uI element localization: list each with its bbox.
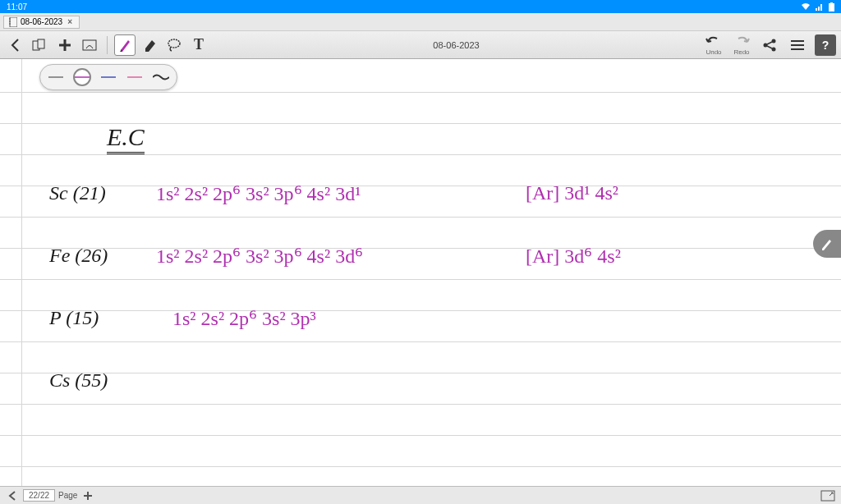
view-button[interactable] [79, 34, 100, 56]
svg-point-9 [168, 39, 180, 48]
prev-page-button[interactable] [5, 488, 20, 503]
electron-config: 1s² 2s² 2p⁶ 3s² 3p³ [172, 307, 316, 330]
stroke-thin-purple[interactable] [73, 68, 91, 86]
stroke-style-palette [39, 64, 177, 90]
tab-title: 08-06-2023 [21, 17, 62, 26]
stroke-thin-black[interactable] [47, 68, 65, 86]
ruled-line [0, 373, 841, 373]
main-toolbar: T 08-06-2023 Undo Redo ? [0, 31, 841, 59]
undo-button[interactable] [703, 34, 724, 49]
svg-point-11 [772, 39, 776, 43]
notebook-icon [9, 17, 17, 27]
notebooks-button[interactable] [30, 34, 51, 56]
add-button[interactable] [54, 34, 76, 56]
toolbar-divider [107, 36, 108, 54]
element-label: Fe (26) [49, 245, 108, 267]
svg-rect-0 [829, 3, 834, 11]
svg-point-12 [772, 47, 776, 51]
share-button[interactable] [759, 34, 780, 56]
noble-gas-config: [Ar] 3d¹ 4s² [526, 182, 618, 204]
heading-text: E.C [107, 123, 145, 151]
redo-button[interactable] [731, 34, 752, 49]
document-title: 08-06-2023 [209, 40, 703, 50]
ruled-line [0, 186, 841, 186]
document-tab[interactable]: 08-06-2023 × [3, 16, 80, 29]
back-button[interactable] [5, 34, 26, 56]
electron-config: 1s² 2s² 2p⁶ 3s² 3p⁶ 4s² 3d⁶ [156, 245, 363, 268]
noble-gas-config: [Ar] 3d⁶ 4s² [526, 245, 621, 268]
electron-config: 1s² 2s² 2p⁶ 3s² 3p⁶ 4s² 3d¹ [156, 182, 361, 205]
element-label: Sc (21) [49, 182, 106, 204]
ruled-line [0, 404, 841, 405]
svg-rect-1 [830, 2, 833, 3]
ruled-line [0, 310, 841, 311]
signal-icon [816, 2, 824, 11]
ruled-line [0, 466, 841, 467]
ruled-line [0, 248, 841, 249]
page-indicator[interactable]: 22/22 [23, 489, 55, 502]
help-button[interactable]: ? [815, 34, 836, 56]
bottom-page-bar: 22/22 Page [0, 486, 841, 504]
ruled-line [0, 279, 841, 280]
ruled-line [0, 341, 841, 342]
wifi-icon [801, 2, 811, 11]
stroke-thin-blue[interactable] [99, 68, 117, 86]
eraser-tool-button[interactable] [139, 34, 160, 56]
menu-button[interactable] [787, 34, 808, 56]
redo-label: Redo [733, 49, 749, 56]
text-tool-button[interactable]: T [188, 34, 209, 56]
stroke-thin-pink[interactable] [126, 68, 144, 86]
undo-label: Undo [705, 49, 721, 56]
battery-icon [829, 2, 834, 11]
lasso-tool-button[interactable] [163, 34, 185, 56]
svg-rect-2 [10, 17, 17, 27]
element-label: Cs (55) [49, 369, 108, 392]
page-label: Page [58, 491, 77, 500]
ruled-line [0, 435, 841, 436]
note-canvas[interactable]: E.C Sc (21) 1s² 2s² 2p⁶ 3s² 3p⁶ 4s² 3d¹ … [0, 59, 841, 486]
svg-point-10 [764, 43, 768, 47]
tab-close-button[interactable]: × [66, 17, 74, 26]
add-page-button[interactable] [80, 488, 95, 503]
svg-rect-7 [38, 39, 44, 48]
fullscreen-button[interactable] [820, 489, 836, 502]
edit-fab-button[interactable] [813, 230, 841, 258]
ruled-line [0, 92, 841, 93]
pen-tool-button[interactable] [114, 34, 136, 56]
stroke-wavy-black[interactable] [152, 68, 170, 86]
element-label: P (15) [49, 307, 99, 329]
status-time: 11:07 [7, 2, 27, 11]
document-tab-bar: 08-06-2023 × [0, 13, 841, 31]
android-status-bar: 11:07 [0, 0, 841, 13]
ruled-line [0, 154, 841, 155]
ruled-line [0, 217, 841, 218]
